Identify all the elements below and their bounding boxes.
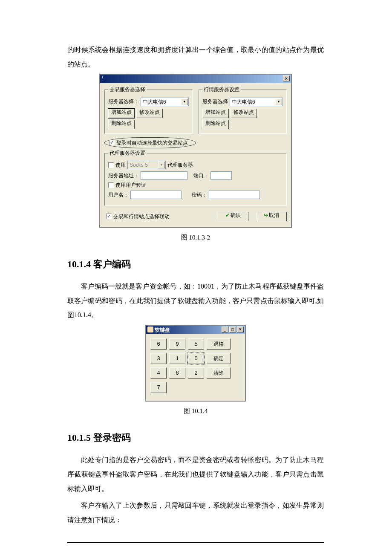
key-3[interactable]: 3 [150,353,167,364]
quote-server-value: 中大电信6 [232,99,255,105]
server-select-label-2: 服务器选择 [202,98,228,104]
heading-10-1-4: 10.1.4 客户编码 [67,259,324,270]
server-settings-figure: \ × 交易服务器选择 服务器选择： 中大电信6 ▼ [67,74,324,228]
proxy-group-legend: 代理服务器设置 [108,150,147,156]
key-2[interactable]: 2 [188,367,204,379]
close-button[interactable]: × [237,327,244,332]
key-clear[interactable]: 清除 [207,367,231,379]
dialog-titlebar: \ × [100,75,291,83]
trade-server-combo[interactable]: 中大电信6 ▼ [141,98,189,106]
figure-caption-1: 图 10.1.3-2 [67,232,324,243]
proxy-port-label: 端口： [193,173,209,179]
key-1[interactable]: 1 [169,353,185,364]
ok-button[interactable]: ✔确认 [218,212,248,221]
key-8[interactable]: 8 [169,367,185,379]
dropdown-arrow-icon[interactable]: ▼ [181,98,188,105]
softkb-body: 6 9 5 退格 3 1 0 确定 4 8 2 清除 [146,334,245,401]
sync-sites-checkbox[interactable]: ✓ [106,214,112,219]
server-select-label: 服务器选择： [108,98,139,104]
soft-keyboard-dialog: 软键盘 _ □ × 6 9 5 退格 3 1 0 确定 [145,325,246,402]
titlebar-icon: \ [102,75,103,81]
cancel-button[interactable]: ↩取消 [256,212,287,221]
dropdown-arrow-icon[interactable]: ▼ [158,162,165,168]
auto-fastest-label: 登录时自动选择最快的交易站点 [116,140,188,146]
app-icon [147,327,153,332]
quote-server-combo[interactable]: 中大电信6 ▼ [230,98,283,106]
quote-server-group: 行情服务器设置 服务器选择 中大电信6 ▼ 增加站点 修改站点 [199,87,287,133]
proxy-port-input[interactable] [210,171,232,180]
page-rule [67,542,324,543]
use-auth-checkbox[interactable] [108,182,114,188]
proxy-group: 代理服务器设置 使用 Socks 5 ▼ 代理服务器 服务器地址： 端口： [104,150,287,206]
proxy-addr-label: 服务器地址： [108,173,139,179]
key-ok[interactable]: 确定 [207,353,231,364]
key-6[interactable]: 6 [150,338,167,350]
paragraph-10-1-5a: 此处专门指的是客户交易密码，而不是资金密码或者转帐密码。为了防止木马程序截获键盘… [67,453,324,496]
check-icon: ✔ [225,212,230,218]
soft-keyboard-figure: 软键盘 _ □ × 6 9 5 退格 3 1 0 确定 [67,325,324,402]
sync-sites-label: 交易和行情站点选择联动 [113,214,170,220]
proxy-addr-input[interactable] [141,171,187,180]
key-7[interactable]: 7 [150,382,167,393]
dialog-body: 交易服务器选择 服务器选择： 中大电信6 ▼ 增加站点 修改站点 [100,83,291,227]
proxy-pwd-label: 密码： [192,192,207,198]
server-settings-dialog: \ × 交易服务器选择 服务器选择： 中大电信6 ▼ [99,74,292,228]
key-0[interactable]: 0 [188,353,204,364]
quote-mod-site-button[interactable]: 修改站点 [231,109,257,118]
undo-icon: ↩ [264,212,268,218]
maximize-button[interactable]: □ [229,327,236,332]
trade-del-site-button[interactable]: 删除站点 [108,120,135,129]
trade-group-legend: 交易服务器选择 [108,87,147,92]
use-proxy-checkbox[interactable] [108,162,114,168]
trade-mod-site-button[interactable]: 修改站点 [136,109,163,118]
paragraph-10-1-5b: 客户在输入了上次参数后，只需敲回车键，系统就发出登录指令，如发生异常则请注意如下… [67,498,324,527]
trade-server-value: 中大电信6 [143,99,166,105]
key-9[interactable]: 9 [169,338,185,350]
auto-fastest-annotation: ✓ 登录时自动选择最快的交易站点 [104,137,196,148]
quote-del-site-button[interactable]: 删除站点 [202,120,229,129]
proxy-type-combo[interactable]: Socks 5 ▼ [127,161,166,169]
use-proxy-prefix: 使用 [115,162,126,168]
proxy-suffix-label: 代理服务器 [167,162,193,168]
paragraph-10-1-4: 客户编码一般就是客户资金帐号，如：10001，为了防止木马程序截获键盘事件盗取客… [67,279,324,322]
trade-server-group: 交易服务器选择 服务器选择： 中大电信6 ▼ 增加站点 修改站点 [104,87,193,133]
quote-add-site-button[interactable]: 增加站点 [202,109,229,118]
heading-10-1-5: 10.1.5 登录密码 [67,432,324,443]
proxy-user-label: 用户名： [108,192,129,198]
softkb-titlebar: 软键盘 _ □ × [146,326,245,334]
document-page: 的时候系统会根据连接速度和拥挤度计算出一个综合值，取最小的值的站点作为最优的站点… [0,0,392,555]
minimize-button[interactable]: _ [222,327,228,332]
auto-fastest-checkbox[interactable]: ✓ [109,140,115,145]
key-backspace[interactable]: 退格 [207,338,231,350]
key-5[interactable]: 5 [188,338,204,350]
proxy-type-value: Socks 5 [130,162,148,168]
trade-add-site-button[interactable]: 增加站点 [108,109,135,118]
figure-caption-2: 图 10.1.4 [67,406,324,416]
use-auth-label: 使用用户验证 [115,182,146,188]
quote-group-legend: 行情服务器设置 [202,87,241,92]
intro-paragraph: 的时候系统会根据连接速度和拥挤度计算出一个综合值，取最小的值的站点作为最优的站点… [67,43,324,71]
close-button[interactable]: × [283,75,290,81]
proxy-user-input[interactable] [130,191,182,199]
softkb-title: 软键盘 [155,327,170,333]
dropdown-arrow-icon[interactable]: ▼ [275,98,282,105]
proxy-pwd-input[interactable] [209,191,260,199]
key-4[interactable]: 4 [150,367,167,379]
